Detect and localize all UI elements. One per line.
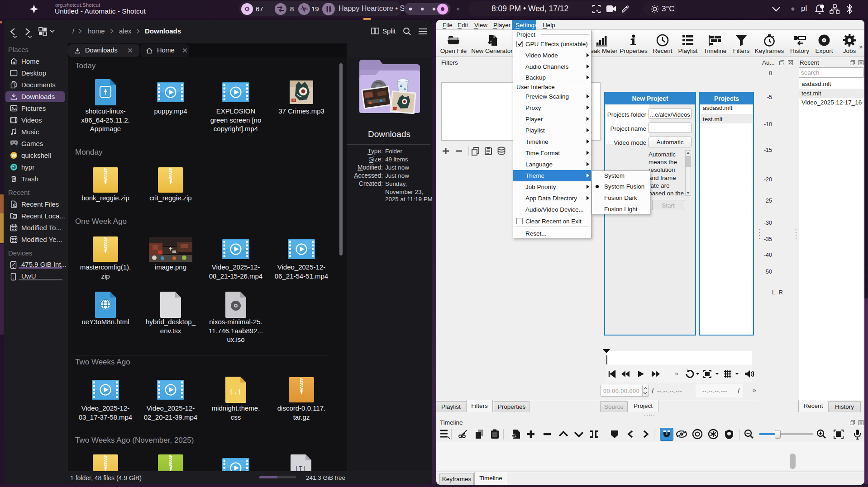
svg-text:[T]: [T]	[295, 465, 306, 471]
svg-text:⚙: ⚙	[244, 5, 250, 13]
svg-text:{.}: {.}	[229, 388, 241, 396]
svg-text:37: 37	[292, 99, 295, 102]
svg-text:W: W	[11, 153, 16, 158]
